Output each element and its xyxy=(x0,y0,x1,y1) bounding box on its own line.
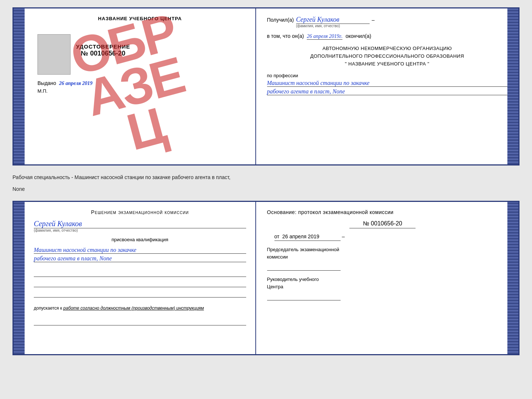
udostoverenie-number: № 0010656-20 xyxy=(76,50,130,57)
chairman-sig-line xyxy=(267,263,341,271)
komissia-name-hw: Сергей Кулаков xyxy=(34,220,246,228)
bottom-left-edge xyxy=(14,202,25,354)
bottom-document: Решением экзаменационной комиссии Сергей… xyxy=(12,201,520,355)
completion-date: 26 апреля 2019г. xyxy=(307,33,342,40)
org-block: АВТОНОМНУЮ НЕКОММЕРЧЕСКУЮ ОРГАНИЗАЦИЮ ДО… xyxy=(267,45,507,68)
sig-line3 xyxy=(34,290,246,298)
rukovoditel-sig-line xyxy=(267,293,341,300)
separator-text-line1: Рабочая специальность - Машинист насосно… xyxy=(12,171,520,183)
dash1: – xyxy=(372,17,375,23)
school-name-top: НАЗВАНИЕ УЧЕБНОГО ЦЕНТРА xyxy=(98,16,182,21)
udostoverenie-title: УДОСТОВЕРЕНИЕ xyxy=(76,43,130,50)
separator-block: Рабочая специальность - Машинист насосно… xyxy=(12,170,520,196)
mp-label: М.П. xyxy=(37,88,246,94)
sig-line-bottom xyxy=(34,318,246,325)
bottom-right-edge xyxy=(507,202,518,354)
dopuskaetsya-label: допускается к xyxy=(34,306,62,311)
rukovoditel-label: Руководитель учебного xyxy=(267,276,498,283)
prisvoena-text: присвоена квалификация xyxy=(34,237,246,242)
ot-line: от 26 апреля 2019 xyxy=(274,234,341,241)
cert-right-panel: Получил(а) Сергей Кулаков (фамилия, имя,… xyxy=(256,8,518,164)
poluchil-name: Сергей Кулаков xyxy=(296,16,370,24)
sig-line1 xyxy=(34,270,246,277)
separator-text-line2: None xyxy=(12,183,520,195)
profession-line2: рабочего агента в пласт, None xyxy=(267,88,507,95)
dopuskaetsya-hw: работе согласно должностным (производств… xyxy=(63,306,204,311)
resheniem-title: Решением экзаменационной комиссии xyxy=(34,209,246,215)
cert-left-panel: НАЗВАНИЕ УЧЕБНОГО ЦЕНТРА ОБРАЗЕЦ УДОСТОВ… xyxy=(14,8,256,164)
certificate-document: НАЗВАНИЕ УЧЕБНОГО ЦЕНТРА ОБРАЗЕЦ УДОСТОВ… xyxy=(12,7,520,165)
centra-label: Центра xyxy=(267,283,498,291)
bottom-right-panel: Основание: протокол экзаменационной коми… xyxy=(256,202,518,354)
okonchil-label: окончил(а) xyxy=(345,33,371,39)
protocol-number: № 0010656-20 xyxy=(349,220,416,228)
komissia-label2: комиссии xyxy=(267,253,498,261)
cert-left-inner: НАЗВАНИЕ УЧЕБНОГО ЦЕНТРА ОБРАЗЕЦ УДОСТОВ… xyxy=(34,16,246,94)
predsedatel-label: Председатель экзаменационной xyxy=(267,246,498,253)
osnovanie-title: Основание: протокол экзаменационной коми… xyxy=(267,209,498,215)
familiya-hint-top: (фамилия, имя, отчество) xyxy=(296,24,370,28)
udostoverenie-block: УДОСТОВЕРЕНИЕ № 0010656-20 xyxy=(76,43,130,80)
komissia-hint: (фамилия, имя, отчество) xyxy=(34,228,246,232)
right-edge-decoration xyxy=(507,8,518,164)
ot-label: от xyxy=(274,234,280,239)
org-line1: АВТОНОМНУЮ НЕКОММЕРЧЕСКУЮ ОРГАНИЗАЦИЮ xyxy=(267,45,507,53)
org-line3: " НАЗВАНИЕ УЧЕБНОГО ЦЕНТРА " xyxy=(267,60,507,68)
kvalif-line2: рабочего агента в пласт, None xyxy=(34,255,246,262)
kvalif-line1: Машинист насосной станции по закачке xyxy=(34,247,246,254)
photo-placeholder xyxy=(37,34,71,75)
signature-lines xyxy=(34,270,246,298)
v-tom-line: в том, что он(а) 26 апреля 2019г. окончи… xyxy=(267,33,507,40)
left-edge-decoration xyxy=(14,8,25,164)
ot-date: 26 апреля 2019 xyxy=(282,234,319,239)
vydano-line: Выдано 26 апреля 2019 xyxy=(37,80,246,86)
bottom-left-panel: Решением экзаменационной комиссии Сергей… xyxy=(14,202,256,354)
rukovoditel-block: Руководитель учебного Центра xyxy=(267,276,498,300)
dash-right1: – xyxy=(342,234,345,239)
sig-line2 xyxy=(34,280,246,287)
profession-line1: Машинист насосной станции по закачке xyxy=(267,80,507,87)
poluchil-label: Получил(а) xyxy=(267,17,294,23)
chairman-block: Председатель экзаменационной комиссии xyxy=(267,246,498,271)
dopuskaetsya-block: допускается к работе согласно должностны… xyxy=(34,306,246,311)
po-professii-label: по профессии xyxy=(267,73,507,78)
org-line2: ДОПОЛНИТЕЛЬНОГО ПРОФЕССИОНАЛЬНОГО ОБРАЗО… xyxy=(267,53,507,60)
vydano-label: Выдано xyxy=(37,80,56,86)
document-container: НАЗВАНИЕ УЧЕБНОГО ЦЕНТРА ОБРАЗЕЦ УДОСТОВ… xyxy=(12,7,520,355)
v-tom-label: в том, что он(а) xyxy=(267,33,304,39)
vydano-date: 26 апреля 2019 xyxy=(59,81,93,86)
